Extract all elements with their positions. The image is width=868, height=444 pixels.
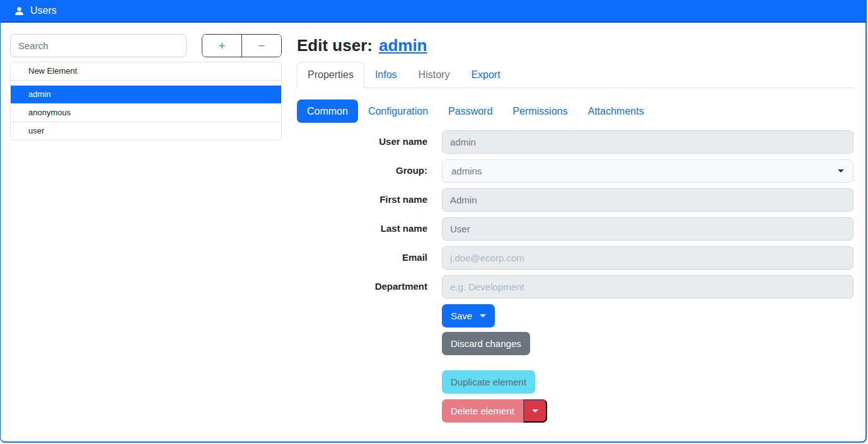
save-button-label: Save bbox=[451, 310, 472, 322]
app-header: Users bbox=[1, 0, 865, 23]
duplicate-element-button[interactable]: Duplicate element bbox=[442, 370, 535, 394]
group-selected-value: admins bbox=[451, 166, 482, 176]
user-name-control-wrap bbox=[442, 130, 854, 154]
tab-export[interactable]: Export bbox=[460, 62, 511, 88]
first-name-input[interactable] bbox=[442, 188, 854, 212]
department-label: Department bbox=[297, 275, 427, 292]
add-element-button[interactable]: + bbox=[202, 35, 242, 57]
user-name-row: User name bbox=[297, 130, 854, 154]
edit-form: User nameGroup:adminsFirst nameLast name… bbox=[297, 130, 854, 299]
first-name-label: First name bbox=[297, 188, 427, 205]
app-frame: Users + − New Elementadminanonymoususer … bbox=[0, 0, 867, 443]
email-input[interactable] bbox=[442, 246, 854, 270]
page-title: Edit user:admin bbox=[297, 37, 854, 54]
pill-bar: CommonConfigurationPasswordPermissionsAt… bbox=[297, 100, 854, 123]
last-name-label: Last name bbox=[297, 217, 427, 234]
user-name-input[interactable] bbox=[442, 130, 854, 154]
first-name-row: First name bbox=[297, 188, 854, 212]
tab-bar: PropertiesInfosHistoryExport bbox=[297, 62, 854, 88]
email-control-wrap bbox=[442, 246, 854, 270]
pill-permissions[interactable]: Permissions bbox=[502, 100, 577, 123]
group-control-wrap: admins bbox=[442, 159, 854, 183]
user-list-item-anonymous[interactable]: anonymous bbox=[11, 103, 281, 122]
last-name-row: Last name bbox=[297, 217, 854, 241]
search-input[interactable] bbox=[10, 34, 187, 57]
group-row: Group:admins bbox=[297, 159, 854, 183]
user-list-item-new-element[interactable]: New Element bbox=[11, 62, 281, 80]
department-control-wrap bbox=[442, 275, 854, 299]
caret-down-icon bbox=[532, 409, 538, 413]
department-input[interactable] bbox=[442, 275, 854, 299]
list-action-button-group: + − bbox=[202, 34, 282, 57]
email-label: Email bbox=[297, 246, 427, 263]
discard-changes-button[interactable]: Discard changes bbox=[442, 332, 530, 355]
app-title: Users bbox=[30, 5, 57, 16]
group-select[interactable]: admins bbox=[442, 159, 854, 183]
action-buttons: Save Discard changes Duplicate element D… bbox=[442, 304, 854, 423]
user-list-item-admin[interactable]: admin bbox=[11, 85, 281, 103]
delete-dropdown-toggle[interactable] bbox=[523, 399, 547, 423]
sidebar-controls: + − bbox=[10, 34, 282, 57]
pill-attachments[interactable]: Attachments bbox=[577, 100, 654, 123]
first-name-control-wrap bbox=[442, 188, 854, 212]
sidebar: + − New Elementadminanonymoususer bbox=[10, 34, 282, 140]
last-name-control-wrap bbox=[442, 217, 854, 241]
page-title-user-link[interactable]: admin bbox=[379, 36, 427, 55]
user-list-item-user[interactable]: user bbox=[11, 122, 281, 140]
caret-down-icon bbox=[838, 169, 844, 173]
delete-element-group: Delete element bbox=[442, 399, 547, 423]
pill-password[interactable]: Password bbox=[438, 100, 502, 123]
group-label: Group: bbox=[297, 159, 427, 176]
email-row: Email bbox=[297, 246, 854, 270]
page-title-prefix: Edit user: bbox=[297, 36, 373, 55]
main-panel: Edit user:admin PropertiesInfosHistoryEx… bbox=[297, 37, 854, 423]
pill-configuration[interactable]: Configuration bbox=[358, 100, 438, 123]
department-row: Department bbox=[297, 275, 854, 299]
tab-properties[interactable]: Properties bbox=[297, 62, 364, 88]
pill-common[interactable]: Common bbox=[297, 100, 358, 123]
remove-element-button[interactable]: − bbox=[242, 35, 281, 57]
tab-history[interactable]: History bbox=[408, 62, 461, 88]
save-button[interactable]: Save bbox=[442, 304, 495, 327]
user-list-spacer bbox=[11, 80, 281, 85]
person-icon bbox=[14, 6, 25, 16]
user-list: New Elementadminanonymoususer bbox=[10, 62, 282, 140]
content-area: + − New Elementadminanonymoususer Edit u… bbox=[1, 23, 865, 441]
last-name-input[interactable] bbox=[442, 217, 854, 241]
user-name-label: User name bbox=[297, 130, 427, 147]
tab-infos[interactable]: Infos bbox=[364, 62, 408, 88]
caret-down-icon bbox=[480, 314, 486, 317]
delete-element-button[interactable]: Delete element bbox=[442, 399, 523, 423]
